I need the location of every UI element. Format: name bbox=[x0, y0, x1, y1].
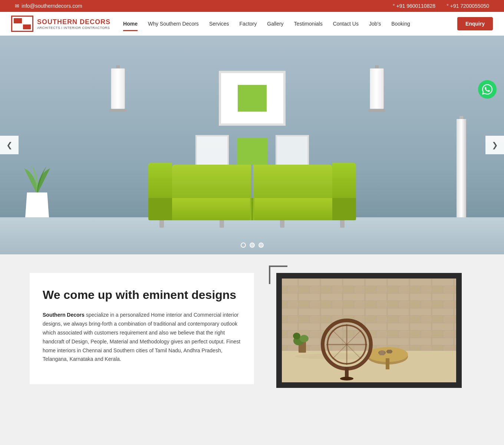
logo-subtitle: ARCHITECTS I INTERIOR CONTRACTORS bbox=[37, 26, 111, 30]
floor-lamp bbox=[447, 116, 476, 230]
content-body-text: specialize in a personalized Home interi… bbox=[43, 312, 240, 362]
whatsapp-button[interactable] bbox=[478, 80, 497, 99]
logo-bl bbox=[14, 24, 22, 30]
top-bar-email: ✉ info@southerndecors.com bbox=[15, 3, 82, 9]
content-section: We come up with eminent designs Southern… bbox=[0, 254, 504, 406]
email-text: info@southerndecors.com bbox=[22, 3, 82, 9]
slider-dot-2[interactable] bbox=[250, 243, 255, 248]
content-heading: We come up with eminent designs bbox=[43, 288, 241, 302]
content-right-panel bbox=[276, 273, 475, 388]
enquiry-button[interactable]: Enquiry bbox=[457, 17, 493, 30]
top-bar: ✉ info@southerndecors.com ° +91 96001108… bbox=[0, 0, 504, 12]
top-bar-phones: ° +91 9600110828 ° +91 7200055050 bbox=[393, 3, 489, 9]
logo-tr bbox=[23, 18, 31, 23]
chair-scene bbox=[282, 278, 456, 382]
nav-home[interactable]: Home bbox=[118, 17, 143, 30]
lamp-left bbox=[109, 65, 126, 112]
room-scene bbox=[0, 36, 504, 254]
nav-contact[interactable]: Contact Us bbox=[328, 17, 364, 30]
svg-point-25 bbox=[300, 335, 309, 342]
phone1: ° +91 9600110828 bbox=[393, 3, 435, 9]
room-photo bbox=[282, 278, 456, 382]
svg-point-22 bbox=[340, 377, 353, 380]
nav-testimonials[interactable]: Testimonials bbox=[289, 17, 328, 30]
navbar: SOUTHERN DECORS ARCHITECTS I INTERIOR CO… bbox=[0, 12, 504, 36]
hero-background bbox=[0, 36, 504, 254]
lamp-right bbox=[368, 65, 385, 112]
logo-br bbox=[23, 24, 31, 30]
svg-rect-14 bbox=[387, 350, 392, 353]
nav-factory[interactable]: Factory bbox=[234, 17, 262, 30]
nav-why[interactable]: Why Southern Decors bbox=[143, 17, 204, 30]
svg-rect-10 bbox=[386, 358, 389, 369]
plant-leaves-svg bbox=[20, 157, 54, 194]
nav-services[interactable]: Services bbox=[204, 17, 234, 30]
hero-slider: ❮ ❯ bbox=[0, 36, 504, 254]
slider-prev-button[interactable]: ❮ bbox=[0, 136, 19, 154]
slider-dot-3[interactable] bbox=[258, 243, 264, 248]
logo: SOUTHERN DECORS ARCHITECTS I INTERIOR CO… bbox=[11, 16, 111, 32]
slider-dot-1[interactable] bbox=[241, 243, 246, 248]
image-inner bbox=[282, 278, 456, 382]
whatsapp-icon bbox=[482, 84, 493, 95]
slider-next-button[interactable]: ❯ bbox=[485, 136, 504, 154]
nav-gallery[interactable]: Gallery bbox=[262, 17, 289, 30]
phone1-text: ° +91 9600110828 bbox=[393, 3, 435, 9]
room-illustration bbox=[282, 278, 456, 382]
logo-text: SOUTHERN DECORS ARCHITECTS I INTERIOR CO… bbox=[37, 18, 111, 30]
content-left-panel: We come up with eminent designs Southern… bbox=[30, 273, 254, 384]
nav-links: Home Why Southern Decors Services Factor… bbox=[118, 17, 454, 30]
art-green-large bbox=[238, 85, 267, 112]
art-frame-large bbox=[219, 71, 286, 126]
phone2: ° +91 7200055050 bbox=[447, 3, 489, 9]
nav-jobs[interactable]: Job's bbox=[364, 17, 386, 30]
sofa bbox=[148, 159, 356, 228]
email-icon: ✉ bbox=[15, 3, 19, 9]
image-frame bbox=[276, 273, 462, 388]
svg-point-26 bbox=[293, 333, 300, 339]
logo-tl bbox=[14, 18, 22, 23]
logo-icon bbox=[11, 16, 33, 32]
nav-booking[interactable]: Booking bbox=[386, 17, 415, 30]
content-body: Southern Decors specialize in a personal… bbox=[43, 311, 241, 364]
phone2-text: ° +91 7200055050 bbox=[447, 3, 489, 9]
logo-title: SOUTHERN DECORS bbox=[37, 18, 111, 26]
slider-dots bbox=[241, 243, 264, 248]
svg-rect-12 bbox=[379, 351, 385, 355]
content-brand-name: Southern Decors bbox=[43, 312, 85, 318]
